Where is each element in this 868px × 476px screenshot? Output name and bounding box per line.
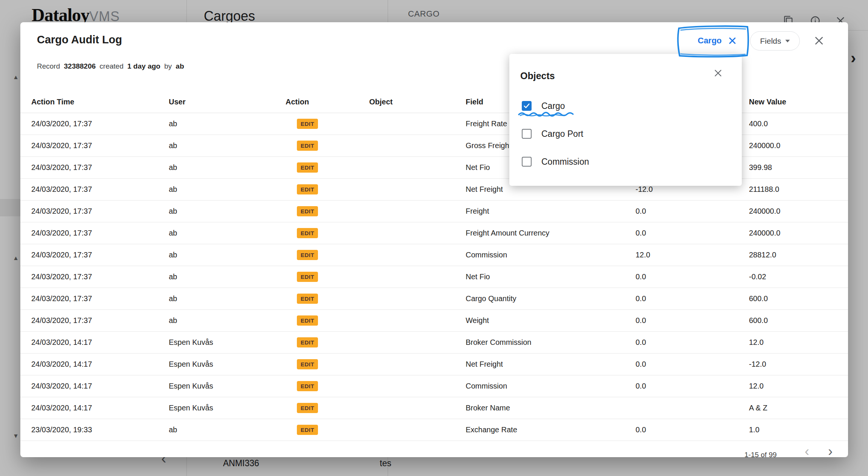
column-header-new-value[interactable]: New Value (749, 98, 848, 106)
objects-option[interactable]: Cargo Port (509, 120, 742, 148)
cell-action-time: 24/03/2020, 14:17 (31, 338, 169, 347)
table-row[interactable]: 24/03/2020, 17:37 ab EDIT Net Fio 0.0 -0… (20, 266, 848, 288)
cell-field: Net Freight (466, 360, 636, 369)
objects-dropdown-title: Objects (520, 70, 555, 81)
chevron-down-icon (785, 40, 790, 43)
cell-action: EDIT (286, 206, 369, 216)
objects-dropdown: Objects Cargo Cargo Port Commission (509, 54, 742, 186)
table-row[interactable]: 24/03/2020, 17:37 ab EDIT Freight Amount… (20, 222, 848, 244)
checkbox[interactable] (522, 129, 532, 139)
cell-action-time: 24/03/2020, 17:37 (31, 272, 169, 281)
column-header-user[interactable]: User (169, 98, 286, 106)
objects-option[interactable]: Cargo (509, 92, 742, 120)
table-row[interactable]: 24/03/2020, 14:17 Espen Kuvås EDIT Commi… (20, 375, 848, 397)
cell-action: EDIT (286, 119, 369, 129)
cell-user: ab (169, 316, 286, 325)
table-row[interactable]: 24/03/2020, 14:17 Espen Kuvås EDIT Broke… (20, 332, 848, 354)
cell-old-value: 0.0 (636, 316, 749, 325)
column-header-action[interactable]: Action (286, 98, 369, 106)
record-author: ab (176, 62, 184, 70)
checkbox[interactable] (522, 101, 532, 111)
cell-old-value: 0.0 (636, 207, 749, 216)
cell-new-value: 400.0 (749, 119, 848, 128)
cell-action: EDIT (286, 294, 369, 304)
edit-badge: EDIT (297, 315, 318, 326)
cell-old-value: 0.0 (636, 382, 749, 390)
cell-user: ab (169, 251, 286, 259)
edit-badge: EDIT (297, 228, 318, 238)
cell-new-value: A & Z (749, 404, 848, 412)
chip-remove-icon[interactable] (728, 36, 737, 45)
cell-user: ab (169, 229, 286, 237)
cell-action-time: 24/03/2020, 17:37 (31, 207, 169, 216)
cell-new-value: 240000.0 (749, 207, 848, 216)
cell-old-value: -12.0 (636, 185, 749, 194)
cell-user: Espen Kuvås (169, 338, 286, 347)
cell-action-time: 24/03/2020, 17:37 (31, 294, 169, 303)
cell-new-value: 600.0 (749, 294, 848, 303)
objects-dropdown-close-icon[interactable] (711, 66, 725, 80)
checkbox[interactable] (522, 157, 532, 167)
cell-field: Freight Amount Currency (466, 229, 636, 237)
cell-field: Broker Name (466, 404, 636, 412)
cell-new-value: 1.0 (749, 425, 848, 434)
edit-badge: EDIT (297, 403, 318, 413)
table-row[interactable]: 24/03/2020, 14:17 Espen Kuvås EDIT Broke… (20, 397, 848, 419)
cell-user: ab (169, 207, 286, 216)
cell-user: Espen Kuvås (169, 360, 286, 369)
cell-action: EDIT (286, 162, 369, 173)
cell-action-time: 24/03/2020, 17:37 (31, 141, 169, 150)
table-row[interactable]: 24/03/2020, 14:17 Espen Kuvås EDIT Net F… (20, 354, 848, 375)
column-header-object[interactable]: Object (369, 98, 466, 106)
cell-action: EDIT (286, 250, 369, 260)
cell-action-time: 24/03/2020, 17:37 (31, 316, 169, 325)
table-row[interactable]: 24/03/2020, 17:37 ab EDIT Commission 12.… (20, 244, 848, 266)
edit-badge: EDIT (297, 162, 318, 173)
cargo-filter-chip[interactable]: Cargo (689, 32, 746, 49)
record-created-text: created (99, 62, 123, 70)
cell-new-value: 240000.0 (749, 141, 848, 150)
annotation-squiggle (518, 112, 577, 117)
cell-field: Net Fio (466, 272, 636, 281)
cell-action: EDIT (286, 337, 369, 347)
cell-new-value: -0.02 (749, 272, 848, 281)
table-row[interactable]: 24/03/2020, 17:37 ab EDIT Cargo Quantity… (20, 288, 848, 310)
column-header-action-time[interactable]: Action Time (31, 98, 169, 106)
dialog-title: Cargo Audit Log (37, 34, 122, 46)
cell-old-value: 0.0 (636, 360, 749, 369)
cell-field: Commission (466, 251, 636, 259)
cell-field: Exchange Rate (466, 425, 636, 434)
edit-badge: EDIT (297, 250, 318, 260)
cell-action: EDIT (286, 425, 369, 435)
cell-old-value: 0.0 (636, 338, 749, 347)
cell-new-value: 12.0 (749, 338, 848, 347)
pagination-range: 1-15 of 99 (744, 451, 777, 457)
pagination-prev-icon[interactable]: ‹ (805, 444, 809, 457)
dialog-close-icon[interactable] (811, 33, 827, 48)
edit-badge: EDIT (297, 359, 318, 369)
edit-badge: EDIT (297, 294, 318, 304)
edit-badge: EDIT (297, 119, 318, 129)
cell-new-value: 399.98 (749, 163, 848, 172)
pagination-next-icon[interactable]: › (828, 444, 833, 457)
table-row[interactable]: 24/03/2020, 17:37 ab EDIT Freight 0.0 24… (20, 201, 848, 222)
table-row[interactable]: 23/03/2020, 19:33 ab EDIT Exchange Rate … (20, 419, 848, 441)
cell-action-time: 24/03/2020, 17:37 (31, 251, 169, 259)
cell-user: ab (169, 119, 286, 128)
cell-user: ab (169, 272, 286, 281)
cell-user: ab (169, 163, 286, 172)
fields-button[interactable]: Fields (750, 31, 800, 51)
table-row[interactable]: 24/03/2020, 17:37 ab EDIT Weight 0.0 600… (20, 310, 848, 332)
record-label: Record (37, 62, 60, 70)
cell-old-value: 0.0 (636, 425, 749, 434)
objects-option[interactable]: Commission (509, 148, 742, 176)
cell-action-time: 24/03/2020, 17:37 (31, 163, 169, 172)
cell-user: ab (169, 141, 286, 150)
cell-field: Freight (466, 207, 636, 216)
option-label: Cargo (541, 101, 565, 111)
cell-action-time: 23/03/2020, 19:33 (31, 425, 169, 434)
cell-user: ab (169, 185, 286, 194)
cell-new-value: 28812.0 (749, 251, 848, 259)
cell-user: ab (169, 294, 286, 303)
cell-new-value: 600.0 (749, 316, 848, 325)
